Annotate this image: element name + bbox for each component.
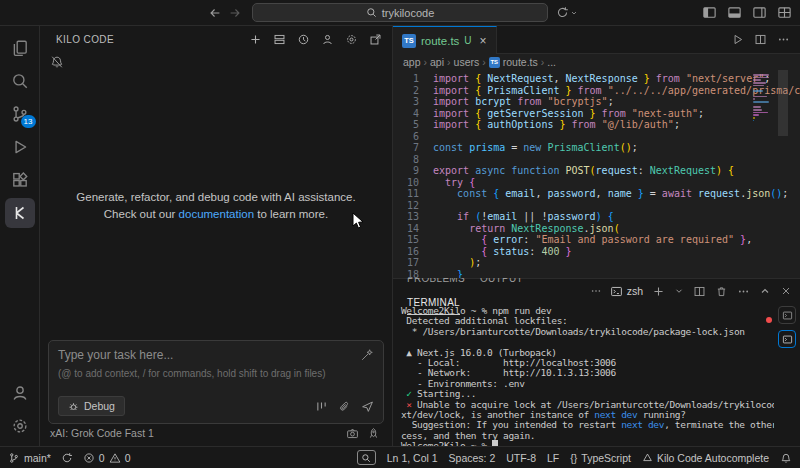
statusbar-language[interactable]: {} TypeScript xyxy=(570,452,631,464)
toggle-secondary-sidebar-icon[interactable] xyxy=(752,5,767,20)
panel-actions-more-icon[interactable] xyxy=(737,285,750,298)
attach-file-icon[interactable] xyxy=(338,400,351,413)
activity-extensions-icon[interactable] xyxy=(3,163,37,196)
settings-gear-icon[interactable] xyxy=(3,409,37,442)
notifications-bell-icon[interactable] xyxy=(780,452,792,464)
breadcrumb-item[interactable]: TSroute.ts xyxy=(489,56,538,68)
toggle-primary-sidebar-icon[interactable] xyxy=(702,5,717,20)
search-icon xyxy=(366,7,377,18)
statusbar-encoding[interactable]: UTF-8 xyxy=(506,452,536,464)
history-nav xyxy=(208,6,242,20)
customize-layout-icon[interactable] xyxy=(777,5,792,20)
toggle-panel-icon[interactable] xyxy=(727,5,742,20)
bell-slash-icon[interactable] xyxy=(50,55,64,69)
statusbar-sync-icon[interactable] xyxy=(61,452,73,464)
editor-scrollbar[interactable] xyxy=(778,70,788,136)
typescript-file-icon: TS xyxy=(489,57,500,68)
new-task-icon[interactable] xyxy=(246,30,264,48)
statusbar-indentation[interactable]: Spaces: 2 xyxy=(449,452,496,464)
terminal[interactable]: Welcome2Kilo ~ % npm run dev Detected ad… xyxy=(393,303,774,446)
statusbar-eol[interactable]: LF xyxy=(547,452,559,464)
activity-search-icon[interactable] xyxy=(3,64,37,97)
terminal-instance-icon[interactable] xyxy=(778,306,796,324)
layout-controls xyxy=(702,5,792,20)
activity-explorer-icon[interactable] xyxy=(3,31,37,64)
statusbar-kilo-autocomplete[interactable]: Kilo Code Autocomplete xyxy=(642,452,769,464)
todo-columns-icon[interactable] xyxy=(315,400,328,413)
close-tab-icon[interactable]: × xyxy=(480,35,487,47)
task-input[interactable]: Type your task here... (@ to add context… xyxy=(48,340,384,424)
mode-selector-button[interactable]: Debug xyxy=(58,396,125,416)
nav-forward-button[interactable] xyxy=(228,6,242,20)
rocket-icon[interactable] xyxy=(367,427,380,440)
bug-mode-icon xyxy=(68,401,79,412)
split-editor-icon[interactable] xyxy=(754,33,767,46)
breadcrumb-item[interactable]: users xyxy=(454,56,480,68)
warning-count: 0 xyxy=(125,452,131,464)
profile-icon[interactable] xyxy=(318,30,336,48)
activity-bar: 13 xyxy=(0,26,40,446)
model-label: xAI: Grok Code Fast 1 xyxy=(50,427,154,439)
close-panel-icon[interactable] xyxy=(780,285,792,297)
command-center-search[interactable]: trykilocode xyxy=(252,3,548,22)
mode-label: Debug xyxy=(84,400,115,412)
sidebar-settings-icon[interactable] xyxy=(342,30,360,48)
git-status-badge: U xyxy=(464,35,471,46)
history-icon[interactable] xyxy=(294,30,312,48)
terminal-zsh-tab[interactable]: zsh xyxy=(610,285,643,298)
enhance-prompt-icon[interactable] xyxy=(360,348,374,362)
statusbar-cursor-position[interactable]: Ln 1, Col 1 xyxy=(387,452,438,464)
model-selector[interactable]: xAI: Grok Code Fast 1 xyxy=(40,424,392,446)
sidebar-title: KILO CODE xyxy=(56,34,114,45)
minimap[interactable] xyxy=(753,74,771,122)
typescript-brackets-icon: {} xyxy=(570,452,577,464)
empty-state-line1: Generate, refactor, and debug code with … xyxy=(76,189,355,206)
terminal-instance-active-icon[interactable] xyxy=(778,330,796,348)
breadcrumb-item[interactable]: ... xyxy=(547,56,556,68)
activity-run-debug-icon[interactable] xyxy=(3,130,37,163)
terminal-profile-dropdown-icon[interactable] xyxy=(674,286,684,296)
maximize-panel-icon[interactable] xyxy=(759,285,771,297)
send-icon[interactable] xyxy=(361,400,374,413)
editor-more-actions-icon[interactable] xyxy=(777,33,790,46)
statusbar-problems[interactable]: 0 0 xyxy=(83,452,131,464)
breadcrumb-separator: › xyxy=(541,56,545,68)
task-input-hint: (@ to add context, / for commands, hold … xyxy=(58,368,374,379)
run-file-icon[interactable] xyxy=(731,33,744,46)
error-count: 0 xyxy=(99,452,105,464)
empty-state-line2: Check out our documentation to learn mor… xyxy=(104,206,328,223)
typescript-file-icon: TS xyxy=(402,34,416,48)
nav-back-button[interactable] xyxy=(208,6,222,20)
kill-terminal-icon[interactable] xyxy=(715,285,728,298)
open-in-editor-icon[interactable] xyxy=(366,30,384,48)
account-icon[interactable] xyxy=(3,376,37,409)
panel-more-tabs-icon[interactable] xyxy=(590,285,602,297)
sync-dropdown-button[interactable] xyxy=(556,6,578,19)
zoom-indicator[interactable] xyxy=(357,450,376,465)
vscode-window: trykilocode xyxy=(0,0,800,468)
scm-badge: 13 xyxy=(21,115,36,128)
new-terminal-icon[interactable] xyxy=(652,285,665,298)
panel-header: PROBLEMSOUTPUTTERMINAL zsh xyxy=(393,279,800,303)
tab-file-name: route.ts xyxy=(421,35,459,47)
titlebar: trykilocode xyxy=(0,0,800,26)
tab-bar: TS route.ts U × xyxy=(393,26,800,54)
kilo-code-sidebar: KILO CODE xyxy=(40,26,393,446)
documentation-link[interactable]: documentation xyxy=(179,208,254,220)
tab-route-ts[interactable]: TS route.ts U × xyxy=(393,26,497,54)
statusbar-branch[interactable]: main* xyxy=(8,452,51,464)
activity-source-control-icon[interactable]: 13 xyxy=(3,97,37,130)
activity-kilo-code-icon[interactable] xyxy=(3,196,37,229)
breadcrumb-separator: › xyxy=(482,56,486,68)
search-text: trykilocode xyxy=(382,7,435,19)
breadcrumb-item[interactable]: api xyxy=(430,56,444,68)
editor-group: TS route.ts U × app›api› xyxy=(393,26,800,446)
breadcrumb-item[interactable]: app xyxy=(403,56,421,68)
mcp-servers-icon[interactable] xyxy=(270,30,288,48)
empty-state: Generate, refactor, and debug code with … xyxy=(40,72,392,340)
code-editor[interactable]: 1import { NextRequest, NextResponse } fr… xyxy=(393,70,800,278)
bottom-panel: PROBLEMSOUTPUTTERMINAL zsh xyxy=(393,278,800,446)
split-terminal-icon[interactable] xyxy=(693,285,706,298)
terminal-notification-dot xyxy=(766,317,772,323)
camera-icon[interactable] xyxy=(346,427,359,440)
